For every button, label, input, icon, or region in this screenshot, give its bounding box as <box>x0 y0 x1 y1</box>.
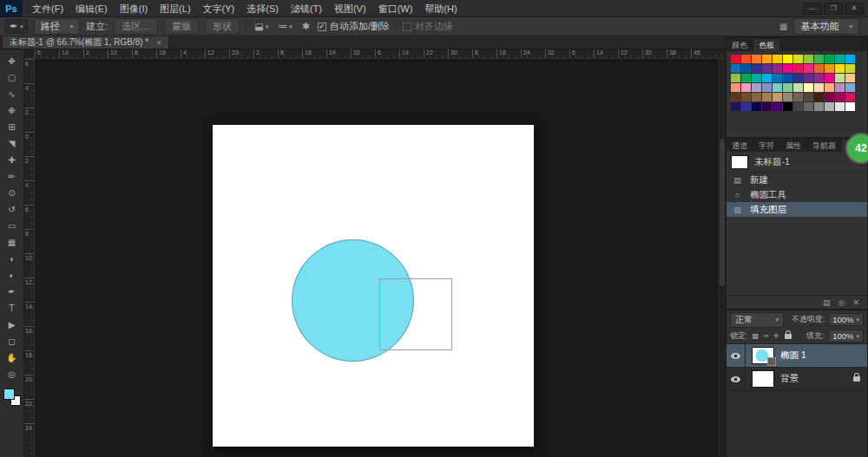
color-swatch[interactable] <box>793 93 803 101</box>
color-swatch[interactable] <box>741 74 751 82</box>
brush-tool[interactable]: ✏ <box>2 168 23 185</box>
tool-mode-dropdown[interactable]: 路径 ▾ <box>34 18 81 35</box>
make-selection-button[interactable]: 选区… <box>114 18 158 35</box>
document-canvas[interactable] <box>213 125 534 447</box>
color-swatch[interactable] <box>835 55 845 63</box>
pen-tool[interactable]: ✒ <box>2 284 23 300</box>
quick-selection-tool[interactable]: ❉ <box>2 102 23 119</box>
color-swatch[interactable] <box>762 83 772 92</box>
tab-mid-2[interactable]: 属性 <box>780 140 807 152</box>
workspace-switcher[interactable]: 基本功能 ▾ <box>793 18 859 35</box>
color-swatch[interactable] <box>762 93 772 101</box>
color-swatch[interactable] <box>804 102 813 111</box>
color-swatch[interactable] <box>845 55 855 63</box>
history-brush-tool[interactable]: ↺ <box>2 201 23 218</box>
color-swatch[interactable] <box>741 83 751 92</box>
color-swatch[interactable] <box>762 102 772 111</box>
color-swatch[interactable] <box>814 74 824 82</box>
opacity-dropdown[interactable]: 100% ▾ <box>828 313 864 326</box>
restore-button[interactable]: ❐ <box>824 3 843 15</box>
gradient-tool[interactable]: ▦ <box>2 234 23 251</box>
lock-pixels-icon[interactable]: ✑ <box>763 332 769 340</box>
menu-item[interactable]: 编辑(E) <box>69 0 114 17</box>
history-step[interactable]: ▤新建 <box>727 173 867 187</box>
color-swatch[interactable] <box>814 102 824 111</box>
clone-stamp-tool[interactable]: ⊙ <box>2 185 23 201</box>
lasso-tool[interactable]: ∿ <box>2 86 23 102</box>
color-swatch[interactable] <box>845 74 855 82</box>
color-swatch[interactable] <box>773 102 782 111</box>
gear-icon[interactable]: ✱ <box>300 21 312 32</box>
hand-tool[interactable]: ✋ <box>2 349 23 366</box>
dodge-tool[interactable]: ◐ <box>2 267 23 284</box>
lock-all-icon[interactable] <box>785 334 792 339</box>
make-shape-button[interactable]: 形状 <box>205 18 240 35</box>
crop-tool[interactable]: ⊞ <box>2 119 23 135</box>
color-swatch[interactable] <box>793 74 803 82</box>
fill-dropdown[interactable]: 100% ▾ <box>828 330 864 343</box>
color-swatch[interactable] <box>731 93 740 101</box>
tab-color-1[interactable]: 色板 <box>753 39 780 51</box>
color-swatch[interactable] <box>731 74 740 82</box>
color-swatch[interactable] <box>783 74 792 82</box>
color-swatch[interactable] <box>773 64 782 73</box>
color-swatch[interactable] <box>835 74 845 82</box>
color-swatch[interactable] <box>783 55 792 63</box>
tab-mid-0[interactable]: 通道 <box>727 140 753 152</box>
color-swatch[interactable] <box>773 83 782 92</box>
color-swatch[interactable] <box>793 55 803 63</box>
layer-row[interactable]: 背景 <box>727 368 867 391</box>
color-swatch[interactable] <box>804 93 813 101</box>
color-swatch[interactable] <box>783 83 792 92</box>
color-swatch[interactable] <box>752 55 761 63</box>
color-swatch[interactable] <box>804 64 813 73</box>
history-step[interactable]: ▨填充图层 <box>727 202 867 217</box>
color-swatch[interactable] <box>762 74 772 82</box>
color-swatch[interactable] <box>825 83 834 92</box>
color-swatch[interactable] <box>825 55 834 63</box>
menu-item[interactable]: 窗口(W) <box>372 0 419 17</box>
blend-mode-dropdown[interactable]: 正常 ▾ <box>730 312 784 328</box>
color-swatch[interactable] <box>814 55 824 63</box>
color-swatch[interactable] <box>825 93 834 101</box>
history-step[interactable]: ○椭圆工具 <box>727 187 867 202</box>
color-swatch[interactable] <box>783 93 792 101</box>
color-swatch[interactable] <box>793 64 803 73</box>
color-swatch[interactable] <box>845 102 855 111</box>
color-swatch[interactable] <box>762 55 772 63</box>
color-swatch[interactable] <box>741 102 751 111</box>
color-swatch[interactable] <box>804 74 813 82</box>
menu-item[interactable]: 图层(L) <box>154 0 196 17</box>
color-swatch[interactable] <box>741 55 751 63</box>
menu-item[interactable]: 文字(Y) <box>197 0 241 17</box>
minimize-button[interactable]: — <box>803 3 822 15</box>
color-swatch[interactable] <box>793 83 803 92</box>
document-tab[interactable]: 未标题-1 @ 66.7%(椭圆 1, RGB/8) * × <box>2 36 169 49</box>
menu-item[interactable]: 文件(F) <box>26 0 69 17</box>
layer-row[interactable]: 椭圆 1 <box>727 344 867 368</box>
color-swatch[interactable] <box>814 93 824 101</box>
color-swatch[interactable] <box>825 64 834 73</box>
lock-position-icon[interactable]: ✛ <box>773 332 779 340</box>
tab-mid-3[interactable]: 导航器 <box>807 140 842 152</box>
color-swatch[interactable] <box>804 83 813 92</box>
move-tool[interactable]: ✥ <box>2 53 23 69</box>
color-swatch[interactable] <box>814 83 824 92</box>
color-swatch[interactable] <box>835 83 845 92</box>
make-mask-button[interactable]: 蒙版 <box>164 18 199 35</box>
color-swatch[interactable] <box>762 64 772 73</box>
marquee-tool[interactable]: ▢ <box>2 69 23 86</box>
color-swatch[interactable] <box>752 83 761 92</box>
color-swatch[interactable] <box>793 102 803 111</box>
menu-item[interactable]: 视图(V) <box>328 0 372 17</box>
color-swatch[interactable] <box>741 93 751 101</box>
notification-badge[interactable]: 42 <box>847 134 868 162</box>
new-doc-from-state-icon[interactable]: ▤ <box>823 298 831 307</box>
color-swatch[interactable] <box>814 64 824 73</box>
eyedropper-tool[interactable]: ◥ <box>2 135 23 152</box>
new-snapshot-icon[interactable]: ◎ <box>838 298 845 307</box>
color-swatch[interactable] <box>845 64 855 73</box>
color-swatch[interactable] <box>825 74 834 82</box>
color-swatch[interactable] <box>731 64 740 73</box>
color-swatch[interactable] <box>835 93 845 101</box>
